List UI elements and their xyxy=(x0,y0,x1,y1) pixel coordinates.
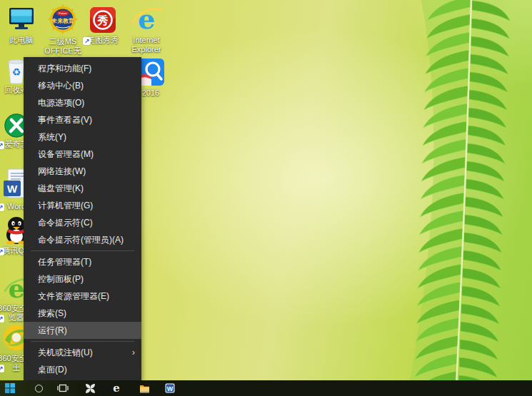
menu-item-event-viewer[interactable]: 事件查看器(V) xyxy=(24,111,141,128)
word-taskbar-icon: W xyxy=(165,383,175,393)
search-icon xyxy=(35,385,43,392)
menu-item-control-panel[interactable]: 控制面板(P) xyxy=(24,270,141,288)
meitu-xiuxiu-icon: 秀 xyxy=(89,6,117,34)
pinwheel-icon xyxy=(85,383,96,394)
menu-item-task-manager[interactable]: 任务管理器(T) xyxy=(24,253,141,270)
internet-explorer-taskbar-button[interactable]: e xyxy=(106,380,126,396)
shortcut-arrow-icon: ↗ xyxy=(0,315,4,323)
svg-text:♻: ♻ xyxy=(12,66,21,78)
menu-item-command-prompt[interactable]: 命令提示符(C) xyxy=(24,214,141,231)
desktop-icon-this-pc[interactable]: 此电脑 xyxy=(1,6,41,45)
menu-item-mobility-center[interactable]: 移动中心(B) xyxy=(24,77,141,94)
menu-item-file-explorer[interactable]: 文件资源管理器(E) xyxy=(24,288,141,305)
pinwheel-app-button[interactable] xyxy=(80,380,100,396)
menu-separator xyxy=(31,250,134,251)
icon-label: Explorer xyxy=(127,45,166,54)
svg-text:e: e xyxy=(9,274,25,303)
menu-item-search[interactable]: 搜索(S) xyxy=(24,305,141,322)
svg-text:Future: Future xyxy=(59,11,67,15)
word-taskbar-button[interactable]: W xyxy=(160,380,180,396)
menu-item-disk-management[interactable]: 磁盘管理(K) xyxy=(24,180,141,197)
svg-text:未来教育: 未来教育 xyxy=(51,17,74,24)
desktop-icon-internet-explorer[interactable]: e Internet Explorer xyxy=(126,4,166,54)
menu-item-run[interactable]: 运行(R) xyxy=(24,322,141,339)
winx-menu: 程序和功能(F) 移动中心(B) 电源选项(O) 事件查看器(V) 系统(Y) … xyxy=(24,57,141,380)
menu-item-device-manager[interactable]: 设备管理器(M) xyxy=(24,146,141,163)
folder-icon xyxy=(139,384,150,393)
windows-logo-icon xyxy=(5,383,15,393)
exam-app-icon: Future 未来教育 xyxy=(47,4,79,36)
menu-item-computer-management[interactable]: 计算机管理(G) xyxy=(24,197,141,214)
menu-item-desktop[interactable]: 桌面(D) xyxy=(24,361,141,378)
svg-text:秀: 秀 xyxy=(97,14,109,27)
internet-explorer-icon: e xyxy=(130,4,163,34)
ie-e-icon: e xyxy=(113,380,120,396)
start-button[interactable] xyxy=(0,380,20,396)
desktop-icon-meitu[interactable]: 秀 ↗ 美图秀秀 xyxy=(83,6,123,45)
icon-label: Internet xyxy=(127,36,166,45)
menu-item-network-connections[interactable]: 网络连接(W) xyxy=(24,163,141,180)
shortcut-arrow-icon: ↗ xyxy=(0,248,4,255)
search-button[interactable] xyxy=(29,380,49,396)
desktop-root: { "desktop": { "icons": [ {"id":"this-pc… xyxy=(0,0,532,396)
shortcut-arrow-icon: ↗ xyxy=(0,365,4,372)
taskbar: e W xyxy=(0,380,532,396)
wallpaper-leaf xyxy=(382,0,532,396)
task-view-button[interactable] xyxy=(53,380,73,396)
task-view-icon xyxy=(57,384,69,392)
shortcut-arrow-icon: ↗ xyxy=(0,141,4,149)
menu-item-power-options[interactable]: 电源选项(O) xyxy=(24,94,141,111)
svg-text:W: W xyxy=(7,183,18,195)
file-explorer-button[interactable] xyxy=(134,380,154,396)
submenu-chevron-icon: › xyxy=(132,344,135,361)
icon-label: 二级MS xyxy=(44,37,82,46)
menu-item-shutdown-signout[interactable]: 关机或注销(U) › xyxy=(24,344,141,361)
menu-item-command-prompt-admin[interactable]: 命令提示符(管理员)(A) xyxy=(24,231,141,248)
shortcut-arrow-icon: ↗ xyxy=(83,37,91,45)
shortcut-arrow-icon: ↗ xyxy=(0,203,4,211)
menu-item-system[interactable]: 系统(Y) xyxy=(24,128,141,146)
svg-text:W: W xyxy=(167,385,174,392)
menu-item-programs-features[interactable]: 程序和功能(F) xyxy=(24,60,141,77)
icon-label: 此电脑 xyxy=(2,36,41,45)
menu-separator xyxy=(31,341,134,342)
desktop-icon-exam-app[interactable]: Future 未来教育 ↗ 二级MS OFFICE无纸… xyxy=(43,4,83,65)
this-pc-icon xyxy=(6,6,36,34)
